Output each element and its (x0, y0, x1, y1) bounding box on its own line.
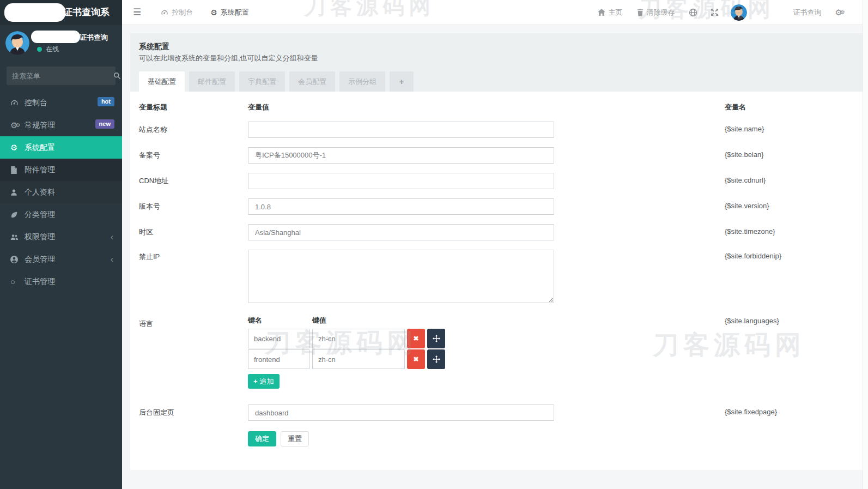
language-key-input[interactable] (248, 329, 309, 348)
timezone-input[interactable] (248, 224, 554, 240)
tab-console[interactable]: 控制台 (152, 0, 202, 25)
variable-name: {$site.forbiddenip} (725, 252, 781, 260)
site-front-link[interactable]: 证书查询 (786, 0, 829, 25)
cogs-icon: ⚙⚙ (10, 120, 21, 130)
sidebar: 证书查询系 证书查询 在线 (0, 0, 122, 489)
leaf-icon (10, 211, 21, 219)
field-label: 备案号 (139, 150, 160, 160)
user-status: 在线 (37, 45, 59, 54)
plus-icon: + (253, 377, 258, 385)
add-group-tab-button[interactable]: + (390, 71, 414, 92)
language-value-input[interactable] (312, 329, 405, 348)
move-icon (433, 335, 440, 342)
submit-button[interactable]: 确定 (248, 431, 276, 446)
variable-name: {$site.fixedpage} (725, 408, 777, 416)
sidebar-item-label: 个人资料 (25, 188, 55, 197)
variable-name: {$site.cdnurl} (725, 176, 766, 184)
search-icon[interactable] (113, 72, 121, 80)
users-icon (10, 233, 21, 241)
config-group-tabs: 基础配置 邮件配置 字典配置 会员配置 示例分组 + (139, 71, 414, 92)
home-link[interactable]: 主页 (591, 0, 630, 25)
form-row-version: 版本号 {$site.version} (139, 198, 854, 215)
language-icon[interactable] (682, 0, 704, 25)
gear-icon: ⚙ (210, 8, 217, 17)
kv-headers: 键名 键值 (248, 316, 554, 325)
language-key-input[interactable] (248, 349, 309, 369)
form-column-headers: 变量标题 变量值 变量名 (139, 102, 854, 111)
tab-example-group[interactable]: 示例分组 (339, 71, 385, 92)
close-icon: ✖ (413, 355, 418, 363)
tab-dictionary-config[interactable]: 字典配置 (239, 71, 285, 92)
file-image-icon (10, 166, 21, 174)
variable-name: {$site.version} (725, 202, 769, 210)
user-status-label: 在线 (46, 45, 59, 54)
drag-row-button[interactable] (427, 329, 445, 348)
language-pair-row: ✖ (248, 349, 554, 369)
site-name-input[interactable] (248, 122, 554, 138)
sidebar-item-label: 常规管理 (25, 120, 55, 130)
field-label: 时区 (139, 227, 153, 237)
page-subtitle: 可以在此增改系统的变量和分组,也可以自定义分组和变量 (139, 53, 318, 63)
fixedpage-input[interactable] (248, 405, 554, 421)
avatar (5, 31, 29, 55)
panel-body: 变量标题 变量值 变量名 站点名称 {$site.name} 备案号 {$sit… (130, 92, 863, 446)
navbar-avatar[interactable] (731, 4, 747, 21)
online-dot-icon (37, 47, 42, 52)
tachometer-icon (161, 9, 168, 16)
home-link-label: 主页 (609, 8, 623, 17)
sidebar-item-system-config[interactable]: ⚙ 系统配置 (0, 136, 122, 159)
fullscreen-expand-icon[interactable] (704, 0, 725, 25)
navbar-right: 主页 清除缓存 证书查询 ⚙⚙ (591, 0, 868, 25)
settings-cogs-icon[interactable]: ⚙⚙ (829, 0, 852, 25)
tab-basic-config[interactable]: 基础配置 (139, 71, 185, 92)
version-input[interactable] (248, 198, 554, 215)
tab-console-label: 控制台 (172, 8, 193, 17)
chevron-left-icon: ‹ (111, 233, 113, 242)
circle-icon: ○ (10, 277, 21, 286)
hot-badge: hot (98, 97, 114, 106)
menu-search-input[interactable] (7, 72, 113, 80)
top-navbar: ☰ 控制台 ⚙ 系统配置 主页 清除缓存 (122, 0, 868, 25)
sidebar-item-label: 控制台 (25, 98, 47, 108)
tab-mail-config[interactable]: 邮件配置 (189, 71, 235, 92)
sidebar-item-console[interactable]: 控制台 hot (0, 92, 122, 114)
user-name: 证书查询 (80, 33, 108, 43)
field-label: CDN地址 (139, 176, 168, 186)
sidebar-item-permissions[interactable]: 权限管理 ‹ (0, 226, 122, 248)
column-header-title: 变量标题 (139, 102, 167, 112)
sidebar-item-profile[interactable]: 个人资料 (0, 181, 122, 203)
variable-name: {$site.name} (725, 125, 764, 133)
clear-cache-link[interactable]: 清除缓存 (630, 0, 682, 25)
tab-member-config[interactable]: 会员配置 (289, 71, 335, 92)
forbidden-ip-textarea[interactable] (248, 250, 554, 303)
beian-input[interactable] (248, 147, 554, 164)
field-label: 语言 (139, 319, 153, 329)
form-actions: 确定 重置 (248, 431, 854, 446)
reset-button[interactable]: 重置 (281, 431, 309, 446)
field-label: 后台固定页 (139, 408, 174, 418)
sidebar-item-members[interactable]: 会员管理 ‹ (0, 248, 122, 270)
sidebar-item-attachments[interactable]: 附件管理 (0, 159, 122, 181)
panel-heading: 系统配置 可以在此增改系统的变量和分组,也可以自定义分组和变量 基础配置 邮件配… (130, 33, 863, 92)
sidebar-item-label: 系统配置 (25, 143, 55, 153)
language-value-input[interactable] (312, 349, 405, 369)
sidebar-item-general[interactable]: ⚙⚙ 常规管理 new (0, 114, 122, 136)
field-label: 版本号 (139, 202, 160, 212)
sidebar-item-categories[interactable]: 分类管理 (0, 203, 122, 226)
sidebar-item-certificates[interactable]: ○ 证书管理 (0, 270, 122, 293)
tab-system-config[interactable]: ⚙ 系统配置 (202, 0, 258, 25)
cdn-url-input[interactable] (248, 173, 554, 189)
sidebar-item-label: 会员管理 (25, 255, 55, 264)
delete-row-button[interactable]: ✖ (407, 349, 425, 369)
trash-icon (637, 9, 644, 16)
delete-row-button[interactable]: ✖ (407, 329, 425, 348)
page-title: 系统配置 (139, 42, 169, 52)
form-row-fixedpage: 后台固定页 {$site.fixedpage} (139, 405, 854, 421)
hamburger-icon[interactable]: ☰ (122, 0, 152, 25)
append-row-button[interactable]: + 追加 (248, 374, 280, 389)
form-row-forbiddenip: 禁止IP {$site.forbiddenip} (139, 250, 854, 305)
kv-value-header: 键值 (312, 316, 326, 325)
append-label: 追加 (260, 377, 274, 387)
scrollbar[interactable] (863, 0, 868, 489)
drag-row-button[interactable] (427, 349, 445, 369)
